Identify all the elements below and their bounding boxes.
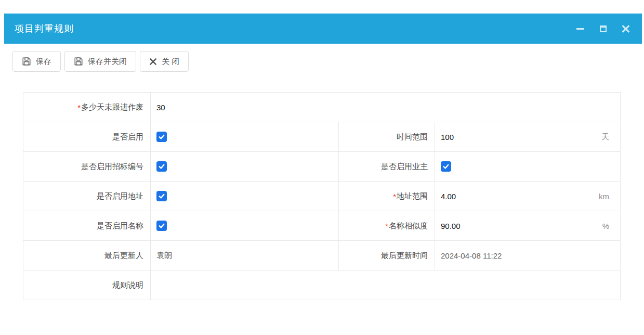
maximize-icon [600, 25, 607, 32]
close-x-icon [149, 58, 157, 66]
required-marker: * [393, 192, 396, 201]
window-controls [575, 24, 630, 33]
required-marker: * [77, 103, 81, 112]
enable-name-label: 是否启用名称 [23, 211, 150, 241]
days-invalid-field[interactable]: 30 [150, 93, 620, 122]
last-updater-label: 最后更新人 [23, 241, 150, 270]
enabled-cell [150, 122, 338, 152]
enable-owner-cell [435, 152, 620, 182]
close-button[interactable] [621, 24, 630, 33]
time-range-unit: 天 [601, 132, 609, 142]
close-dialog-button-label: 关 闭 [162, 57, 179, 67]
address-range-value: 4.00 [441, 192, 456, 201]
toolbar: 保存 保存并关闭 关 闭 [4, 44, 642, 72]
enabled-label: 是否启用 [23, 122, 150, 152]
enable-name-cell [150, 211, 338, 241]
save-icon [22, 57, 31, 66]
days-invalid-value: 30 [156, 103, 165, 112]
time-range-field[interactable]: 100 天 [435, 122, 620, 152]
duplicate-rule-dialog: 项目判重规则 保存 [4, 14, 642, 335]
address-range-label: *地址范围 [338, 182, 435, 211]
close-icon [622, 24, 630, 33]
rule-form-table: *多少天未跟进作废 30 是否启用 时间范围 100 天 是否启用招标编号 [23, 92, 621, 300]
rule-description-label: 规则说明 [23, 270, 150, 300]
enabled-checkbox[interactable] [156, 132, 167, 142]
name-similarity-value: 90.00 [441, 222, 461, 230]
enable-address-label: 是否启用地址 [23, 182, 150, 211]
address-range-unit: km [599, 192, 609, 201]
last-updater-value: 袁朗 [150, 241, 338, 270]
required-marker: * [385, 222, 388, 230]
maximize-button[interactable] [598, 24, 608, 33]
minimize-button[interactable] [575, 24, 585, 33]
save-and-close-button[interactable]: 保存并关闭 [64, 51, 136, 72]
minimize-icon [576, 28, 584, 30]
time-range-value: 100 [441, 133, 454, 141]
time-range-label: 时间范围 [338, 122, 435, 152]
close-dialog-button[interactable]: 关 闭 [140, 51, 189, 72]
enable-bid-no-checkbox[interactable] [156, 161, 167, 172]
enable-owner-checkbox[interactable] [441, 161, 451, 172]
save-icon [74, 57, 83, 66]
name-similarity-unit: % [602, 222, 609, 230]
address-range-field[interactable]: 4.00 km [435, 182, 620, 211]
enable-address-cell [150, 182, 338, 211]
days-invalid-label: *多少天未跟进作废 [23, 93, 150, 122]
dialog-title: 项目判重规则 [15, 22, 74, 35]
last-update-time-value: 2024-04-08 11:22 [435, 241, 620, 270]
dialog-titlebar: 项目判重规则 [4, 14, 642, 44]
name-similarity-label: *名称相似度 [338, 211, 435, 241]
enable-address-checkbox[interactable] [156, 191, 167, 201]
save-button-label: 保存 [36, 57, 51, 67]
enable-bid-no-cell [150, 152, 338, 182]
name-similarity-field[interactable]: 90.00 % [435, 211, 620, 241]
last-update-time-label: 最后更新时间 [338, 241, 435, 270]
save-and-close-button-label: 保存并关闭 [88, 57, 127, 67]
rule-description-field[interactable] [150, 270, 620, 300]
enable-name-checkbox[interactable] [156, 221, 167, 231]
enable-bid-no-label: 是否启用招标编号 [23, 152, 150, 182]
save-button[interactable]: 保存 [12, 51, 61, 72]
enable-owner-label: 是否启用业主 [338, 152, 435, 182]
